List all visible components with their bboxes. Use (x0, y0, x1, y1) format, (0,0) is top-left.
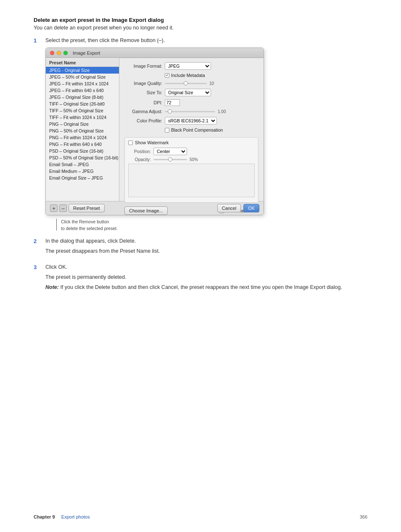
watermark-title-row: Show Watermark (128, 140, 255, 145)
preset-list[interactable]: Preset Name JPEG - Original Size JPEG – … (46, 58, 119, 201)
callout-line-group: Click the Remove button to delete the se… (51, 219, 367, 232)
dialog-titlebar: Image Export (46, 48, 264, 58)
preset-item-0[interactable]: JPEG - Original Size (46, 67, 119, 74)
image-quality-slider[interactable] (165, 83, 207, 84)
footer-right: Cancel OK (217, 204, 259, 212)
gamma-label: Gamma Adjust: (124, 109, 162, 114)
preset-item-10[interactable]: PNG – Fit within 1024 x 1024 (46, 134, 119, 141)
opacity-slider[interactable] (153, 159, 187, 160)
image-export-dialog: Image Export Preset Name JPEG - Original… (45, 48, 264, 215)
image-quality-label: Image Quality: (124, 81, 162, 86)
show-watermark-checkbox[interactable] (128, 140, 133, 145)
watermark-position-row: Position: Center (128, 148, 255, 155)
size-to-select[interactable]: Original Size (165, 89, 211, 96)
close-button-icon[interactable] (50, 51, 54, 55)
black-point-checkbox[interactable] (165, 128, 169, 132)
step-1-number: 1 (34, 37, 40, 232)
footer-page-number: 366 (360, 514, 367, 519)
preset-item-empty-1 (46, 181, 119, 188)
step-2: 2 In the dialog that appears, click Dele… (34, 238, 367, 258)
preset-item-7[interactable]: TIFF – Fit within 1024 x 1024 (46, 114, 119, 121)
include-metadata-checkbox[interactable] (165, 73, 169, 78)
preset-item-2[interactable]: JPEG – Fit within 1024 x 1024 (46, 80, 119, 87)
preset-item-1[interactable]: JPEG – 50% of Original Size (46, 74, 119, 80)
image-format-label: Image Format: (124, 64, 162, 69)
page-content: Delete an export preset in the Image Exp… (34, 17, 367, 290)
gamma-value: 1.00 (218, 109, 226, 114)
include-metadata-label: Include Metadata (171, 73, 205, 78)
step-2-note: The preset disappears from the Preset Na… (45, 248, 367, 254)
step-2-text: In the dialog that appears, click Delete… (45, 238, 367, 244)
color-profile-row: Color Profile: sRGB IEC61966-2.1 (124, 117, 259, 124)
preset-item-15[interactable]: Email Medium – JPEG (46, 168, 119, 175)
opacity-label: Opacity: (128, 157, 151, 162)
step-3-note: The preset is permanently deleted. (45, 274, 367, 280)
preset-item-11[interactable]: PNG – Fit within 640 x 640 (46, 141, 119, 148)
dpi-input[interactable] (165, 99, 180, 106)
preset-item-6[interactable]: TIFF – 50% of Original Size (46, 107, 119, 114)
dpi-label: DPI: (124, 100, 162, 105)
reset-preset-button[interactable]: Reset Preset (69, 204, 105, 212)
preset-item-empty-2 (46, 188, 119, 195)
watermark-image-area (128, 164, 255, 197)
step-2-number: 2 (34, 238, 40, 258)
callout-line (56, 219, 57, 230)
preset-item-12[interactable]: PSD – Original Size (16-bit) (46, 148, 119, 154)
maximize-button-icon[interactable] (63, 51, 68, 55)
footer-chapter-link[interactable]: Export photos (61, 514, 90, 519)
preset-item-16[interactable]: Email Original Size – JPEG (46, 175, 119, 181)
preset-item-14[interactable]: Email Small – JPEG (46, 161, 119, 168)
preset-item-empty-3 (46, 195, 119, 201)
ok-button[interactable]: OK (243, 204, 259, 212)
preset-item-8[interactable]: PNG – Original Size (46, 121, 119, 127)
step-2-content: In the dialog that appears, click Delete… (45, 238, 367, 258)
preset-item-3[interactable]: JPEG – Fit within 640 x 640 (46, 87, 119, 94)
gamma-slider[interactable] (165, 111, 215, 112)
size-to-row: Size To: Original Size (124, 89, 259, 96)
callout-area: Click the Remove button to delete the se… (51, 219, 367, 232)
step-3-number: 3 (34, 264, 40, 290)
callout-line1: Click the Remove button (61, 219, 118, 225)
position-select[interactable]: Center (153, 148, 187, 155)
callout-line2: to delete the selected preset. (61, 225, 118, 232)
image-format-select[interactable]: JPEG (165, 62, 211, 70)
page-footer: Chapter 9 Export photos 366 (0, 514, 401, 519)
dialog-title: Image Export (73, 50, 100, 56)
watermark-opacity-row: Opacity: 50% (128, 157, 255, 162)
preset-item-5[interactable]: TIFF – Original Size (26-bit0 (46, 101, 119, 107)
choose-image-button[interactable]: Choose Image... (124, 206, 168, 215)
footer-chapter: Chapter 9 Export photos (34, 514, 90, 519)
minimize-button-icon[interactable] (57, 51, 61, 55)
footer-left: + – Reset Preset (50, 204, 105, 212)
step-3: 3 Click OK. The preset is permanently de… (34, 264, 367, 290)
section-subtext: You can delete an export preset when you… (34, 25, 367, 31)
step-1-content: Select the preset, then click the Remove… (45, 37, 367, 232)
color-profile-label: Color Profile: (124, 118, 162, 123)
preset-item-9[interactable]: PNG – 50% of Original Size (46, 127, 119, 134)
step-3-text: Click OK. (45, 264, 367, 270)
step-3-content: Click OK. The preset is permanently dele… (45, 264, 367, 290)
color-profile-select[interactable]: sRGB IEC61966-2.1 (165, 117, 217, 124)
dialog-right-panel: Image Format: JPEG Include Metadata (119, 58, 264, 201)
remove-preset-button[interactable]: – (59, 204, 67, 212)
note-italic-text: If you click the Delete button and then … (60, 284, 342, 290)
image-format-row: Image Format: JPEG (124, 62, 259, 70)
image-quality-row: Image Quality: 10 (124, 81, 259, 86)
preset-list-header: Preset Name (46, 59, 119, 67)
opacity-value: 50% (190, 157, 198, 162)
black-point-row: Black Point Compensation (165, 127, 259, 132)
position-label: Position: (128, 149, 151, 154)
preset-item-13[interactable]: PSD – 50% of Original Size (16-bit) (46, 154, 119, 161)
add-preset-button[interactable]: + (50, 204, 58, 212)
dpi-row: DPI: (124, 99, 259, 106)
note-italic: Note: If you click the Delete button and… (45, 284, 367, 290)
footer-separator (58, 514, 59, 519)
dialog-body: Preset Name JPEG - Original Size JPEG – … (46, 58, 264, 201)
gamma-row: Gamma Adjust: 1.00 (124, 109, 259, 114)
preset-item-4[interactable]: JPEG – Original Size (8-bit) (46, 94, 119, 101)
include-metadata-row: Include Metadata (165, 73, 259, 78)
size-to-label: Size To: (124, 90, 162, 95)
footer-chapter-num: Chapter 9 (34, 514, 55, 519)
cancel-button[interactable]: Cancel (217, 204, 241, 212)
watermark-section: Show Watermark Position: Center (124, 137, 259, 203)
